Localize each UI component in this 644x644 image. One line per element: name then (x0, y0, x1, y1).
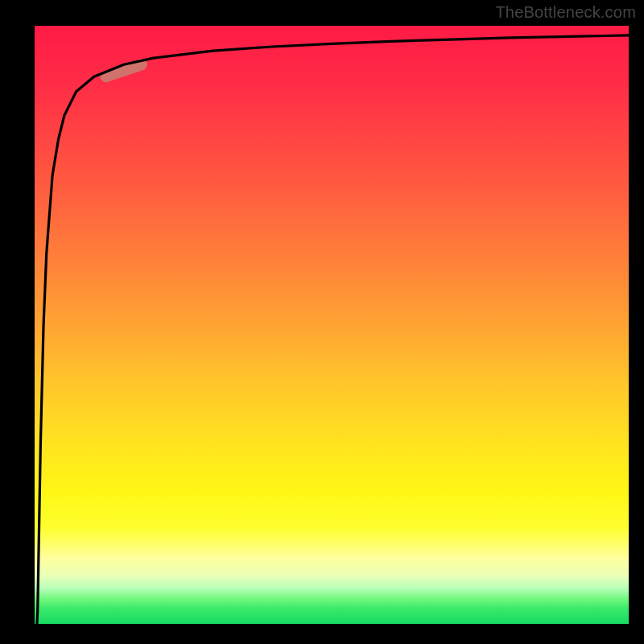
watermark-text: TheBottleneck.com (495, 3, 636, 22)
plot-gradient-area (35, 26, 629, 624)
chart-root: TheBottleneck.com (0, 0, 644, 644)
